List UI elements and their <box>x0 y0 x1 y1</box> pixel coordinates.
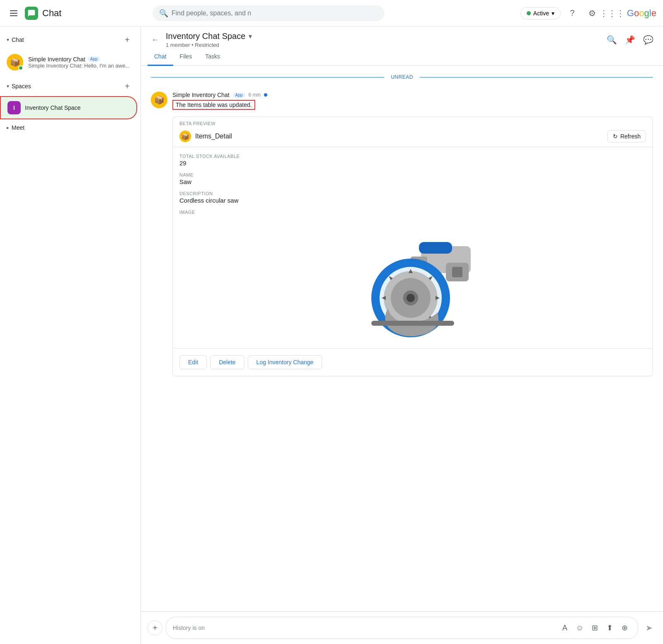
meet-section: ▸ Meet <box>0 121 140 134</box>
topbar: Chat 🔍 Active ▾ ? ⚙ ⋮⋮⋮ Google <box>0 0 663 27</box>
content-header: ← Inventory Chat Space ▾ 1 member • Rest… <box>141 27 663 48</box>
space-name-chevron-icon: ▾ <box>249 32 252 40</box>
pin-icon[interactable]: 📌 <box>622 31 638 48</box>
message-app-badge: App <box>233 92 245 98</box>
upload-icon[interactable]: ⬆ <box>603 621 616 634</box>
topbar-left: Chat <box>7 7 148 20</box>
input-placeholder: History is on <box>173 625 555 631</box>
main-layout: ▾ Chat + 📦 Simple Inventory Chat App Sim… <box>0 27 663 644</box>
video-icon[interactable]: ⊞ <box>588 621 601 634</box>
chat-section-label: Chat <box>12 36 24 43</box>
message: 📦 Simple Inventory Chat App 6 min The It… <box>141 88 663 113</box>
message-time: 6 min <box>249 92 261 98</box>
active-label: Active <box>533 10 549 17</box>
active-chevron: ▾ <box>552 10 554 17</box>
add-chat-icon[interactable]: + <box>121 33 134 46</box>
chat-options-icon[interactable]: 💬 <box>640 31 656 48</box>
add-attachment-button[interactable]: + <box>148 620 162 635</box>
card-header-title: Items_Detail <box>195 133 232 140</box>
app-badge: App <box>88 56 100 62</box>
content-header-actions: 🔍 📌 💬 <box>603 31 656 48</box>
avatar: 📦 <box>7 54 23 70</box>
card-beta-label: BETA PREVIEW <box>173 117 653 126</box>
chat-item-name: Simple Inventory Chat App <box>28 56 131 63</box>
inventory-card: BETA PREVIEW 📦 Items_Detail ↻ Refresh TO… <box>172 116 653 376</box>
card-actions: Edit Delete Log Inventory Change <box>173 348 653 376</box>
card-field-description-label: DESCRIPTION <box>179 191 646 196</box>
google-logo: Google <box>627 8 656 19</box>
message-body: Simple Inventory Chat App 6 min The Item… <box>172 92 653 110</box>
input-actions: A ☺ ⊞ ⬆ ⊕ <box>558 621 631 634</box>
chat-chevron-icon: ▾ <box>7 37 9 43</box>
message-unread-dot <box>264 93 267 97</box>
card-header: 📦 Items_Detail ↻ Refresh <box>173 126 653 147</box>
card-field-name-value: Saw <box>179 178 646 185</box>
apps-icon[interactable]: ⋮⋮⋮ <box>604 5 620 22</box>
card-field-name-label: NAME <box>179 172 646 177</box>
search-input[interactable] <box>172 10 378 17</box>
search-space-icon[interactable]: 🔍 <box>603 31 620 48</box>
space-header-name[interactable]: Inventory Chat Space ▾ <box>166 31 603 41</box>
send-button[interactable]: ➤ <box>641 620 656 635</box>
content-area: ← Inventory Chat Space ▾ 1 member • Rest… <box>141 27 663 644</box>
list-item[interactable]: 📦 Simple Inventory Chat App Simple Inven… <box>0 50 137 75</box>
active-status-button[interactable]: Active ▾ <box>520 7 561 19</box>
help-icon[interactable]: ? <box>564 5 581 22</box>
svg-rect-17 <box>371 321 454 326</box>
add-space-icon[interactable]: + <box>121 80 134 93</box>
refresh-button[interactable]: ↻ Refresh <box>607 130 646 143</box>
card-field-stock-label: TOTAL STOCK AVAILABLE <box>179 154 646 159</box>
tabs: Chat Files Tasks <box>141 48 663 66</box>
space-icon: I <box>7 101 21 114</box>
card-content: TOTAL STOCK AVAILABLE 29 NAME Saw DESCRI… <box>173 147 653 227</box>
chat-section-header[interactable]: ▾ Chat + <box>0 30 140 50</box>
card-header-left: 📦 Items_Detail <box>179 131 232 142</box>
sidebar-item-inventory-chat-space[interactable]: I Inventory Chat Space <box>0 96 137 119</box>
meet-section-header[interactable]: ▸ Meet <box>7 124 134 131</box>
chat-item-preview: Simple Inventory Chat: Hello, I'm an awe… <box>28 63 131 69</box>
meet-section-label: Meet <box>12 124 24 131</box>
spaces-chevron-icon: ▾ <box>7 83 9 89</box>
card-field-description: DESCRIPTION Cordless circular saw <box>179 191 646 204</box>
svg-point-16 <box>407 294 415 302</box>
delete-button[interactable]: Delete <box>210 355 244 369</box>
message-sender: Simple Inventory Chat <box>172 92 230 98</box>
tab-tasks[interactable]: Tasks <box>198 48 227 66</box>
menu-icon[interactable] <box>7 7 21 19</box>
edit-button[interactable]: Edit <box>179 355 207 369</box>
message-text-highlighted: The Items table was updated. <box>172 100 255 110</box>
topbar-right: Active ▾ ? ⚙ ⋮⋮⋮ Google <box>520 5 656 22</box>
refresh-label: Refresh <box>620 133 641 140</box>
space-header-info: Inventory Chat Space ▾ 1 member • Restri… <box>162 31 603 48</box>
svg-rect-19 <box>452 267 462 277</box>
sidebar: ▾ Chat + 📦 Simple Inventory Chat App Sim… <box>0 27 141 644</box>
card-image-section <box>173 227 653 348</box>
card-field-image-label: IMAGE <box>179 210 646 215</box>
card-field-image: IMAGE <box>179 210 646 215</box>
svg-rect-2 <box>419 242 452 254</box>
space-name-text: Inventory Chat Space <box>166 31 245 41</box>
chat-logo <box>25 7 38 20</box>
avatar-status-dot <box>18 65 23 70</box>
text-format-icon[interactable]: A <box>558 621 571 634</box>
spaces-section-header[interactable]: ▾ Spaces + <box>0 76 140 96</box>
space-header-meta: 1 member • Restricted <box>166 42 603 48</box>
message-avatar: 📦 <box>151 92 167 108</box>
spaces-section-label: Spaces <box>12 83 31 90</box>
emoji-icon[interactable]: ☺ <box>573 621 586 634</box>
log-inventory-change-button[interactable]: Log Inventory Change <box>248 355 322 369</box>
card-field-stock: TOTAL STOCK AVAILABLE 29 <box>179 154 646 167</box>
settings-icon[interactable]: ⚙ <box>584 5 600 22</box>
message-input-box[interactable]: History is on A ☺ ⊞ ⬆ ⊕ <box>166 617 638 639</box>
chat-section-header-left: ▾ Chat <box>7 36 24 43</box>
back-button[interactable]: ← <box>148 32 162 47</box>
meet-icon[interactable]: ⊕ <box>618 621 631 634</box>
active-dot <box>527 11 531 15</box>
unread-divider: UNREAD <box>141 69 663 85</box>
search-bar[interactable]: 🔍 <box>152 5 385 21</box>
tab-chat[interactable]: Chat <box>148 48 173 66</box>
avatar-emoji: 📦 <box>10 57 20 67</box>
card-header-icon: 📦 <box>179 131 191 142</box>
spaces-section-header-left: ▾ Spaces <box>7 83 31 90</box>
tab-files[interactable]: Files <box>173 48 199 66</box>
